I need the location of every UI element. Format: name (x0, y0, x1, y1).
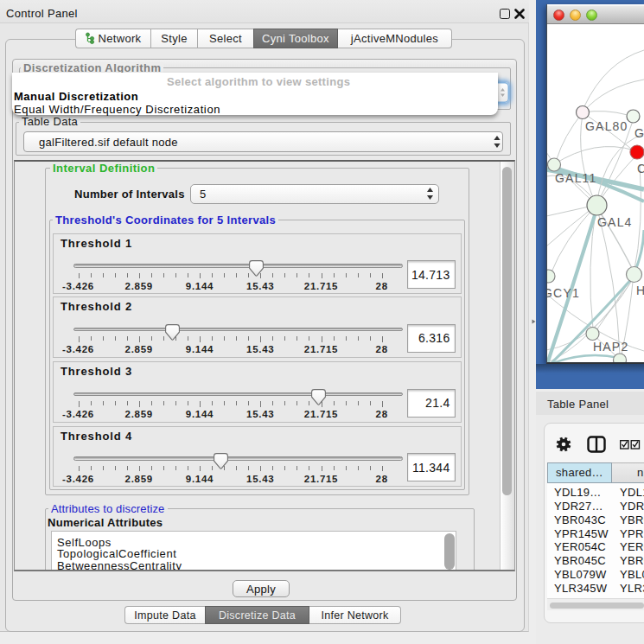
svg-text:GCY1: GCY1 (547, 286, 580, 300)
svg-text:GAL11: GAL11 (555, 171, 597, 185)
svg-text:GAL4: GAL4 (597, 215, 633, 229)
svg-text:C: C (637, 162, 644, 175)
svg-text:HAP2: HAP2 (593, 340, 628, 354)
svg-text:GAL80: GAL80 (585, 119, 628, 133)
svg-text:H: H (636, 284, 644, 297)
svg-text:GA: GA (634, 126, 644, 140)
